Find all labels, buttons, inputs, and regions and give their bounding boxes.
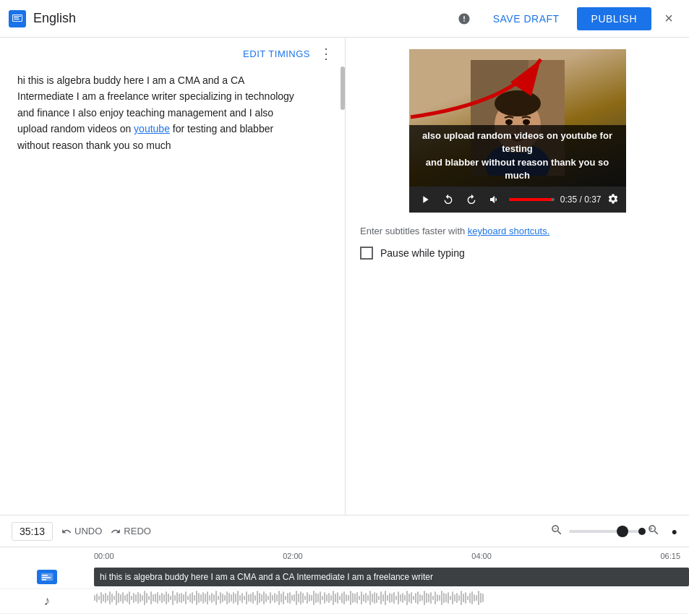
zoom-thumb [617, 526, 628, 537]
left-panel: EDIT TIMINGS ⋮ hi this is algebra buddy … [0, 38, 346, 515]
zoom-in-button[interactable] [647, 523, 660, 539]
svg-rect-3 [14, 17, 19, 18]
timeline-bar: 35:13 UNDO REDO ● 00:0 [0, 515, 689, 616]
svg-rect-4 [14, 19, 20, 20]
volume-button[interactable] [486, 191, 503, 208]
ruler-marks: 00:00 02:00 04:00 06:15 [94, 552, 689, 560]
zoom-controls [550, 523, 660, 539]
svg-rect-15 [42, 575, 48, 576]
zoom-slider[interactable] [569, 530, 641, 533]
svg-rect-17 [42, 579, 46, 581]
redo-button[interactable]: REDO [111, 526, 151, 536]
pause-checkbox[interactable] [360, 247, 373, 260]
subtitle-line2: and blabber without reason thank you so … [426, 157, 609, 181]
right-panel: also upload random videos on youtube for… [346, 38, 689, 515]
subtitle-track-text: hi this is algebra buddy here I am a CMA… [100, 572, 433, 582]
page-title: English [33, 11, 453, 26]
more-options-button[interactable]: ⋮ [319, 46, 333, 61]
undo-label: UNDO [74, 526, 102, 536]
header: English SAVE DRAFT PUBLISH × [0, 0, 689, 38]
audio-track-content [94, 589, 689, 613]
close-button[interactable]: × [657, 7, 680, 30]
play-button[interactable] [416, 191, 434, 208]
subtitle-helper: Enter subtitles faster with keyboard sho… [346, 218, 689, 244]
subtitle-track-block: hi this is algebra buddy here I am a CMA… [94, 568, 689, 586]
subtitle-line1: also upload random videos on youtube for… [422, 130, 612, 154]
music-icon: ♪ [44, 594, 51, 609]
edit-timings-button[interactable]: EDIT TIMINGS [243, 48, 310, 59]
end-marker: ● [672, 526, 677, 537]
svg-point-12 [505, 119, 513, 125]
video-area: also upload random videos on youtube for… [346, 38, 689, 218]
ruler-mark-3: 06:15 [660, 552, 680, 560]
rewind-button[interactable] [440, 191, 457, 208]
header-actions: SAVE DRAFT PUBLISH × [453, 7, 680, 30]
transcript-line1: hi this is algebra buddy here I am a CMA… [17, 74, 244, 86]
app-logo [9, 10, 26, 27]
undo-button[interactable]: UNDO [61, 526, 102, 536]
transcript-text: hi this is algebra buddy here I am a CMA… [0, 67, 345, 515]
pause-while-typing: Pause while typing [346, 244, 689, 262]
timeline-tracks: 00:00 02:00 04:00 06:15 [0, 547, 689, 614]
subtitle-track-content[interactable]: hi this is algebra buddy here I am a CMA… [94, 565, 689, 589]
ruler-mark-0: 00:00 [94, 552, 114, 560]
svg-rect-16 [42, 577, 51, 578]
transcript-line3: and finance I also enjoy teaching manage… [17, 107, 273, 119]
progress-fill [509, 198, 552, 201]
audio-waveform [94, 589, 689, 607]
ruler-mark-1: 02:00 [283, 552, 303, 560]
video-thumbnail: also upload random videos on youtube for… [409, 49, 626, 187]
redo-label: REDO [124, 526, 151, 536]
subtitle-helper-text: Enter subtitles faster with [360, 226, 468, 236]
video-controls: 0:35 / 0:37 [409, 187, 626, 213]
time-display: 0:35 / 0:37 [560, 194, 602, 205]
settings-button[interactable] [607, 193, 619, 207]
transcript-line4-prefix: upload random videos on [17, 123, 134, 134]
main-content: EDIT TIMINGS ⋮ hi this is algebra buddy … [0, 38, 689, 515]
progress-bar[interactable] [509, 198, 555, 201]
transcript-line5: without reason thank you so much [17, 140, 171, 151]
transcript-line2: Intermediate I am a freelance writer spe… [17, 90, 294, 102]
audio-track-row: ♪ [0, 589, 689, 614]
svg-point-13 [523, 119, 530, 125]
time-code[interactable]: 35:13 [12, 522, 53, 541]
keyboard-shortcuts-link[interactable]: keyboard shortcuts. [468, 226, 549, 236]
forward-button[interactable] [463, 191, 480, 208]
subtitle-overlay: also upload random videos on youtube for… [409, 125, 626, 187]
youtube-link[interactable]: youtube [134, 123, 170, 134]
zoom-dot [638, 528, 646, 535]
audio-track-icon: ♪ [0, 594, 94, 609]
timeline-controls: 35:13 UNDO REDO ● [0, 516, 689, 547]
timeline-ruler: 00:00 02:00 04:00 06:15 [0, 547, 689, 565]
subtitle-track-icon [0, 570, 94, 584]
video-wrapper: also upload random videos on youtube for… [409, 49, 626, 213]
save-draft-button[interactable]: SAVE DRAFT [482, 9, 571, 29]
publish-button[interactable]: PUBLISH [577, 7, 651, 30]
pause-label: Pause while typing [380, 247, 465, 259]
svg-point-11 [495, 90, 541, 116]
alert-button[interactable] [453, 7, 476, 30]
svg-rect-2 [14, 16, 21, 17]
zoom-out-button[interactable] [550, 523, 563, 539]
scrollbar[interactable] [341, 67, 345, 110]
left-panel-toolbar: EDIT TIMINGS ⋮ [0, 38, 345, 67]
subtitle-track-icon-inner [37, 570, 57, 584]
subtitle-track-row: hi this is algebra buddy here I am a CMA… [0, 565, 689, 589]
transcript-line4-suffix: for testing and blabber [170, 123, 273, 134]
ruler-mark-2: 04:00 [471, 552, 492, 560]
